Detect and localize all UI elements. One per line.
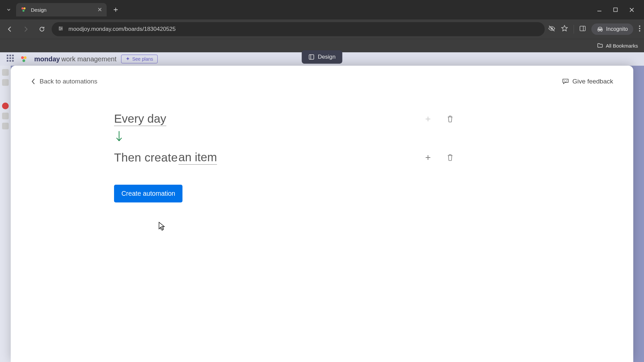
browser-tab-strip: Design: [0, 0, 644, 19]
close-tab-icon[interactable]: [98, 7, 102, 13]
action-row: Then create an item: [114, 150, 467, 165]
toolbar-right: Incognito: [548, 23, 641, 35]
url-text: moodjoy.monday.com/boards/1830420525: [68, 26, 176, 33]
maximize-icon[interactable]: [612, 6, 619, 13]
tab-favicon-icon: [21, 6, 28, 13]
site-settings-icon[interactable]: [58, 25, 64, 33]
back-label: Back to automations: [40, 78, 97, 85]
feedback-label: Give feedback: [573, 78, 613, 85]
incognito-badge[interactable]: Incognito: [591, 23, 633, 35]
action-link[interactable]: an item: [178, 150, 217, 165]
page-viewport: Design monday work management See plans …: [0, 52, 644, 362]
apps-grid-icon[interactable]: [7, 55, 15, 63]
create-automation-button[interactable]: Create automation: [114, 185, 182, 202]
svg-rect-8: [580, 26, 585, 31]
svg-point-11: [639, 30, 640, 32]
trigger-link[interactable]: Every day: [114, 112, 166, 126]
automation-body: Every day Then create an item Create aut…: [31, 112, 467, 202]
brand-bold: monday: [34, 55, 60, 63]
incognito-label: Incognito: [606, 26, 628, 32]
give-feedback-link[interactable]: Give feedback: [562, 78, 613, 85]
back-icon[interactable]: [3, 23, 16, 36]
board-title-pill[interactable]: Design: [302, 50, 342, 64]
sparkle-icon: [125, 57, 130, 61]
see-plans-label: See plans: [132, 56, 153, 62]
svg-point-5: [61, 28, 62, 29]
svg-point-15: [22, 59, 25, 62]
svg-point-1: [23, 7, 25, 9]
feedback-icon: [562, 78, 569, 85]
svg-rect-3: [614, 8, 618, 12]
folder-icon: [597, 42, 603, 49]
kebab-menu-icon[interactable]: [639, 25, 641, 33]
left-rail: [0, 66, 11, 362]
browser-address-bar: moodjoy.monday.com/boards/1830420525 Inc…: [0, 19, 644, 39]
action-prefix: Then create: [114, 151, 178, 164]
delete-action-icon[interactable]: [447, 154, 453, 161]
svg-rect-12: [309, 55, 314, 59]
browser-tab[interactable]: Design: [16, 3, 107, 16]
separator: [574, 25, 574, 34]
tab-search-dropdown[interactable]: [3, 4, 15, 16]
chevron-left-icon: [31, 78, 36, 85]
delete-trigger-icon[interactable]: [447, 115, 453, 123]
svg-point-14: [24, 56, 26, 59]
add-action-icon[interactable]: [425, 154, 431, 161]
automation-builder-modal: Back to automations Give feedback Every …: [11, 66, 633, 362]
add-condition-icon[interactable]: [425, 116, 431, 122]
new-tab-button[interactable]: [110, 4, 121, 15]
all-bookmarks-link[interactable]: All Bookmarks: [606, 43, 638, 49]
minimize-icon[interactable]: [596, 6, 603, 13]
panel-icon: [309, 54, 315, 60]
app-brand: monday work management: [34, 55, 116, 63]
svg-point-16: [564, 80, 565, 81]
modal-header: Back to automations Give feedback: [31, 78, 613, 85]
svg-point-10: [639, 28, 640, 29]
back-to-automations-link[interactable]: Back to automations: [31, 78, 97, 85]
brand-light: work management: [61, 55, 117, 63]
board-title-text: Design: [318, 54, 336, 60]
see-plans-button[interactable]: See plans: [121, 55, 157, 63]
reload-icon[interactable]: [36, 23, 48, 36]
svg-point-9: [639, 25, 640, 27]
close-window-icon[interactable]: [628, 6, 635, 13]
svg-point-0: [21, 7, 23, 9]
window-controls: [596, 6, 641, 13]
svg-point-4: [59, 26, 60, 27]
url-input[interactable]: moodjoy.monday.com/boards/1830420525: [52, 22, 545, 36]
tab-title: Design: [31, 7, 94, 13]
forward-icon: [19, 23, 32, 36]
bookmark-star-icon[interactable]: [561, 25, 568, 34]
arrow-down-icon: [115, 131, 467, 144]
monday-logo-icon: [20, 54, 30, 64]
side-panel-icon[interactable]: [579, 25, 586, 33]
svg-point-13: [21, 56, 24, 59]
eye-off-icon[interactable]: [548, 25, 555, 34]
trigger-row: Every day: [114, 112, 467, 126]
incognito-icon: [597, 26, 603, 33]
action-row-actions: [425, 154, 467, 161]
tab-area: Design: [3, 3, 121, 16]
trigger-row-actions: [425, 115, 467, 123]
svg-point-2: [22, 10, 24, 12]
svg-point-6: [60, 29, 61, 30]
svg-point-17: [566, 80, 567, 81]
